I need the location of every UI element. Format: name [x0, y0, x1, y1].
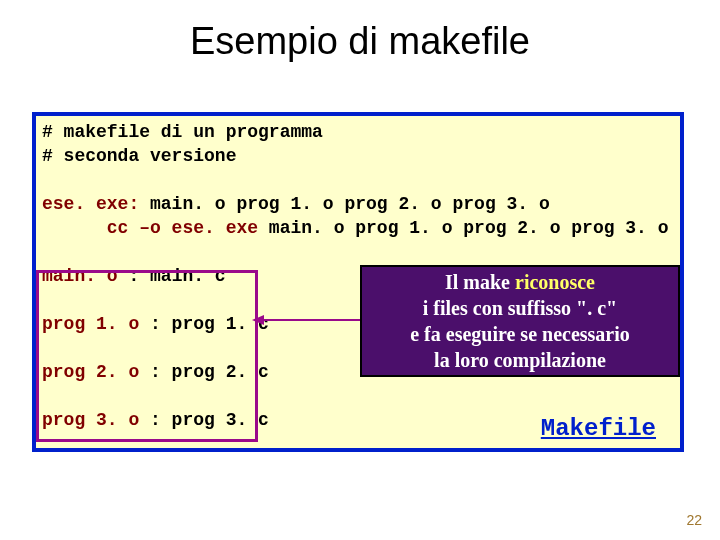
callout-l4: la loro compilazione [434, 349, 606, 371]
target-ese: ese. exe: [42, 194, 139, 214]
makefile-label: Makefile [541, 415, 656, 442]
callout-l1a: Il make [445, 271, 515, 293]
deps-ese: main. o prog 1. o prog 2. o prog 3. o [139, 194, 549, 214]
slide-title: Esempio di makefile [0, 20, 720, 63]
slide: Esempio di makefile # makefile di un pro… [0, 0, 720, 540]
callout-box: Il make riconosce i files con suffisso "… [360, 265, 680, 377]
callout-l2: i files con suffisso ". c" [423, 297, 617, 319]
cmd-cc: cc –o ese. exe [42, 218, 258, 238]
cmd-cc-args: main. o prog 1. o prog 2. o prog 3. o [258, 218, 668, 238]
comment-line-1: # makefile di un programma [42, 122, 323, 142]
highlight-box [36, 270, 258, 442]
callout-text: Il make riconosce i files con suffisso "… [410, 269, 630, 373]
page-number: 22 [686, 512, 702, 528]
comment-line-2: # seconda versione [42, 146, 236, 166]
callout-l1b: riconosce [515, 271, 595, 293]
callout-l3: e fa eseguire se necessario [410, 323, 630, 345]
